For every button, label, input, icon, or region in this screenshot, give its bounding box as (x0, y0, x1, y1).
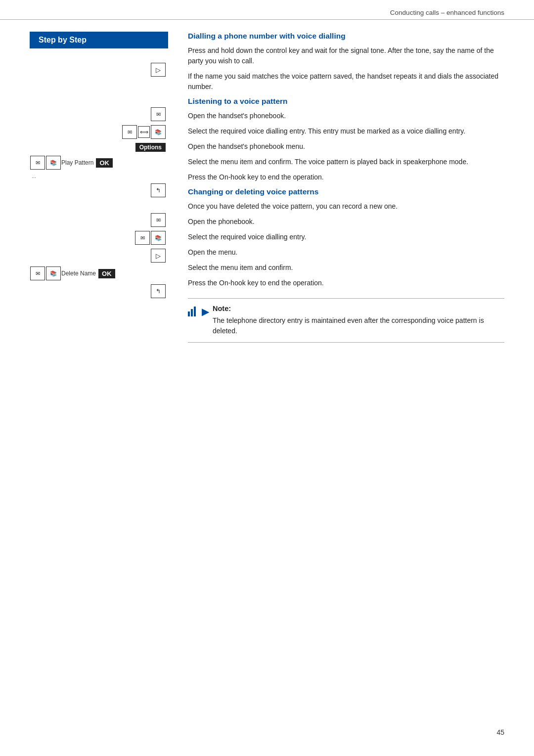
changing-step-3: Open the menu. (188, 247, 504, 258)
ok-button-2[interactable]: OK (98, 269, 115, 278)
note-section: ▶ Note: The telephone directory entry is… (188, 298, 504, 343)
section-listening-title: Listening to a voice pattern (188, 97, 504, 106)
play-pattern-label: Play Pattern (61, 159, 93, 166)
left-col-content: ▷ ✉ ✉ ⟺ 📚 (30, 48, 168, 299)
dialling-para-1: Press and hold down the control key and … (188, 45, 504, 66)
book-icon-3: 📚 (46, 267, 61, 280)
phonebook-icon-4: ✉ (151, 213, 166, 227)
phonebook-icon-5: ✉ (135, 231, 150, 245)
control-key-icon-2: ▷ (151, 249, 166, 263)
page-body: Step by Step ▷ ✉ ✉ (0, 20, 534, 343)
listening-step-4: Select the menu item and confirm. The vo… (188, 157, 504, 167)
listening-step-3: Open the handset's phonebook menu. (188, 141, 504, 152)
book-icon-play: 📚 (46, 156, 61, 170)
ok-button-1[interactable]: OK (96, 158, 113, 168)
nav-arrows-icon: ⟺ (138, 126, 150, 138)
listening-step-5: Press the On-hook key to end the operati… (188, 172, 504, 182)
note-bars (188, 306, 197, 316)
phonebook-icon-6: ✉ (30, 267, 45, 280)
section-listening: Listening to a voice pattern Open the ha… (188, 97, 504, 182)
icon-row-options: Options (30, 142, 168, 152)
icon-row-onhook2: ↰ (30, 284, 168, 299)
phonebook-icon-1: ✉ (151, 107, 166, 121)
phonebook-icon-2: ✉ (122, 125, 137, 139)
control-key-icon: ▷ (151, 63, 166, 77)
listening-step-2: Select the required voice dialling entry… (188, 126, 504, 136)
changing-intro: Once you have deleted the voice pattern,… (188, 201, 504, 212)
book-icon-2: 📚 (151, 231, 166, 245)
icon-row-control2: ▷ (30, 248, 168, 263)
on-hook-icon-2: ↰ (151, 284, 166, 298)
menu-dots-1: ... (32, 173, 168, 179)
right-column: Dialling a phone number with voice diall… (178, 20, 504, 343)
delete-name-label: Delete Name (61, 270, 96, 277)
left-column: Step by Step ▷ ✉ ✉ (30, 20, 178, 343)
step-by-step-label: Step by Step (30, 32, 168, 48)
icon-row-onhook1: ↰ (30, 183, 168, 198)
icon-row-nav2: ✉ 📚 (30, 230, 168, 245)
icon-row-play-pattern: ✉ 📚 Play Pattern OK (30, 155, 168, 170)
dialling-para-2: If the name you said matches the voice p… (188, 71, 504, 92)
note-content: Note: The telephone directory entry is m… (213, 305, 504, 336)
changing-step-4: Select the menu item and confirm. (188, 263, 504, 273)
section-dialling: Dialling a phone number with voice diall… (188, 32, 504, 92)
icon-row-control: ▷ (30, 62, 168, 77)
on-hook-icon-1: ↰ (151, 183, 166, 197)
changing-step-2: Select the required voice dialling entry… (188, 232, 504, 242)
section-changing: Changing or deleting voice patterns Once… (188, 187, 504, 288)
icon-row-phonebook1: ✉ (30, 107, 168, 122)
section-changing-title: Changing or deleting voice patterns (188, 187, 504, 196)
note-bar-3 (194, 307, 196, 316)
listening-step-1: Open the handset's phonebook. (188, 111, 504, 121)
changing-step-5: Press the On-hook key to end the operati… (188, 278, 504, 288)
page-number: 45 (496, 728, 504, 736)
header-title: Conducting calls – enhanced functions (390, 9, 504, 16)
phonebook-icon-3: 📚 (151, 125, 166, 139)
icon-row-phonebook2: ✉ (30, 213, 168, 227)
changing-step-1: Open the phonebook. (188, 217, 504, 227)
icon-row-nav1: ✉ ⟺ 📚 (30, 125, 168, 139)
options-button[interactable]: Options (135, 143, 166, 152)
note-bar-1 (188, 311, 190, 316)
note-title: Note: (213, 305, 504, 312)
note-text: The telephone directory entry is maintai… (213, 315, 504, 336)
section-dialling-title: Dialling a phone number with voice diall… (188, 32, 504, 41)
note-bar-2 (191, 309, 193, 316)
icon-row-delete-name: ✉ 📚 Delete Name OK (30, 266, 168, 281)
page-header: Conducting calls – enhanced functions (0, 0, 534, 20)
note-icon-area: ▶ (188, 305, 213, 317)
note-arrow-icon: ▶ (202, 306, 209, 317)
phonebook-icon-play1: ✉ (30, 156, 45, 170)
